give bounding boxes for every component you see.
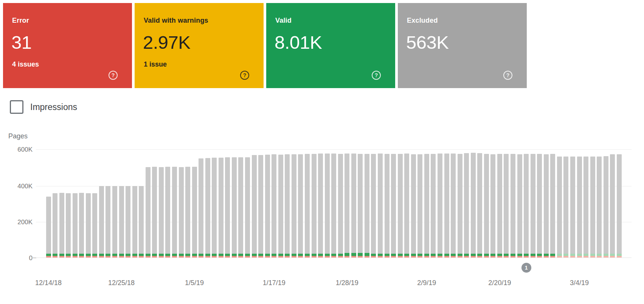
bar-day-40[interactable] <box>312 154 317 257</box>
help-icon[interactable]: ? <box>240 71 249 80</box>
bar-day-50[interactable] <box>378 154 383 257</box>
bar-day-38[interactable] <box>298 154 303 257</box>
bar-day-4[interactable] <box>73 193 78 257</box>
bar-day-49[interactable] <box>371 154 376 257</box>
bar-day-18[interactable] <box>165 167 170 257</box>
bar-day-22[interactable] <box>192 167 197 257</box>
bar-day-81[interactable] <box>583 157 588 257</box>
bar-day-60[interactable] <box>444 154 449 257</box>
bar-day-16[interactable] <box>152 167 157 257</box>
bar-day-85[interactable] <box>610 154 615 257</box>
bar-day-77[interactable] <box>557 157 562 257</box>
bar-day-65[interactable] <box>477 153 482 257</box>
bar-day-57[interactable] <box>424 154 429 257</box>
bar-day-37[interactable] <box>292 154 296 257</box>
bar-day-70[interactable] <box>511 154 515 257</box>
bar-day-24[interactable] <box>205 158 210 257</box>
error-segment <box>517 256 522 257</box>
impressions-checkbox[interactable] <box>10 100 23 114</box>
bar-day-12[interactable] <box>126 186 130 257</box>
bar-day-79[interactable] <box>570 157 575 257</box>
bar-day-2[interactable] <box>59 193 64 257</box>
bar-day-1[interactable] <box>53 193 57 257</box>
card-excluded[interactable]: Excluded 563K ? <box>398 3 527 88</box>
bar-day-84[interactable] <box>604 156 608 257</box>
bar-day-74[interactable] <box>537 154 542 257</box>
bar-day-20[interactable] <box>179 167 184 257</box>
bar-day-30[interactable] <box>245 157 250 257</box>
bar-day-6[interactable] <box>86 193 91 257</box>
bar-day-47[interactable] <box>358 154 363 257</box>
bar-day-19[interactable] <box>172 167 177 257</box>
bar-day-5[interactable] <box>79 193 84 257</box>
bar-day-35[interactable] <box>278 155 283 257</box>
event-marker-1[interactable]: 1 <box>521 263 531 273</box>
bar-day-53[interactable] <box>398 154 403 257</box>
bar-day-75[interactable] <box>544 154 549 257</box>
bar-day-36[interactable] <box>285 154 290 257</box>
bar-day-15[interactable] <box>146 167 151 257</box>
bar-day-42[interactable] <box>325 154 330 257</box>
bar-day-31[interactable] <box>252 155 257 257</box>
bar-day-32[interactable] <box>258 155 263 257</box>
card-valid[interactable]: Valid 8.01K ? <box>266 3 395 88</box>
bar-day-10[interactable] <box>112 186 117 257</box>
bar-day-52[interactable] <box>391 154 396 257</box>
bar-day-56[interactable] <box>417 154 422 257</box>
bar-day-76[interactable] <box>550 154 555 257</box>
bar-day-29[interactable] <box>238 157 243 257</box>
bar-day-44[interactable] <box>338 154 343 257</box>
bar-day-63[interactable] <box>464 153 469 257</box>
bar-day-27[interactable] <box>225 157 230 257</box>
bar-day-3[interactable] <box>66 193 71 257</box>
bar-day-82[interactable] <box>590 157 595 257</box>
bar-day-64[interactable] <box>471 153 476 257</box>
bar-day-34[interactable] <box>272 154 276 257</box>
bar-day-28[interactable] <box>232 157 237 257</box>
bar-day-80[interactable] <box>577 157 582 257</box>
bar-day-33[interactable] <box>265 155 270 257</box>
bar-day-73[interactable] <box>531 154 535 257</box>
bar-day-41[interactable] <box>318 154 323 257</box>
bar-day-58[interactable] <box>431 154 436 257</box>
error-segment <box>404 256 409 257</box>
help-icon[interactable]: ? <box>109 71 118 80</box>
bar-day-83[interactable] <box>597 157 602 257</box>
bar-day-26[interactable] <box>219 158 223 257</box>
bar-day-21[interactable] <box>185 167 190 257</box>
bar-day-13[interactable] <box>132 186 137 257</box>
bar-day-78[interactable] <box>563 157 568 257</box>
bar-day-55[interactable] <box>411 154 416 257</box>
help-icon[interactable]: ? <box>372 71 381 80</box>
bar-day-11[interactable] <box>119 186 124 257</box>
bar-day-43[interactable] <box>331 154 336 257</box>
bar-day-39[interactable] <box>305 154 310 257</box>
card-error[interactable]: Error 31 4 issues ? <box>3 3 132 88</box>
bar-day-86[interactable] <box>617 154 622 257</box>
bar-day-23[interactable] <box>199 158 203 257</box>
bar-day-59[interactable] <box>438 154 442 257</box>
bar-day-17[interactable] <box>159 167 164 257</box>
bar-day-51[interactable] <box>385 154 390 257</box>
bar-day-48[interactable] <box>365 154 369 257</box>
bar-day-66[interactable] <box>484 154 489 257</box>
bar-day-71[interactable] <box>517 154 522 257</box>
bar-day-9[interactable] <box>106 186 110 257</box>
bar-day-46[interactable] <box>351 154 356 257</box>
bar-day-14[interactable] <box>139 186 144 257</box>
bar-day-7[interactable] <box>92 193 97 257</box>
bar-day-72[interactable] <box>524 154 529 257</box>
bar-day-69[interactable] <box>504 154 509 257</box>
bar-day-25[interactable] <box>212 158 217 257</box>
bar-day-61[interactable] <box>451 154 456 257</box>
error-segment <box>106 256 110 257</box>
bar-day-45[interactable] <box>345 154 349 257</box>
card-valid-with-warnings[interactable]: Valid with warnings 2.97K 1 issue ? <box>135 3 264 88</box>
help-icon[interactable]: ? <box>503 71 512 80</box>
bar-day-62[interactable] <box>458 154 462 257</box>
bar-day-68[interactable] <box>497 154 502 257</box>
bar-day-0[interactable] <box>46 197 51 257</box>
bar-day-67[interactable] <box>490 154 495 257</box>
bar-day-8[interactable] <box>99 186 104 257</box>
bar-day-54[interactable] <box>404 154 409 257</box>
